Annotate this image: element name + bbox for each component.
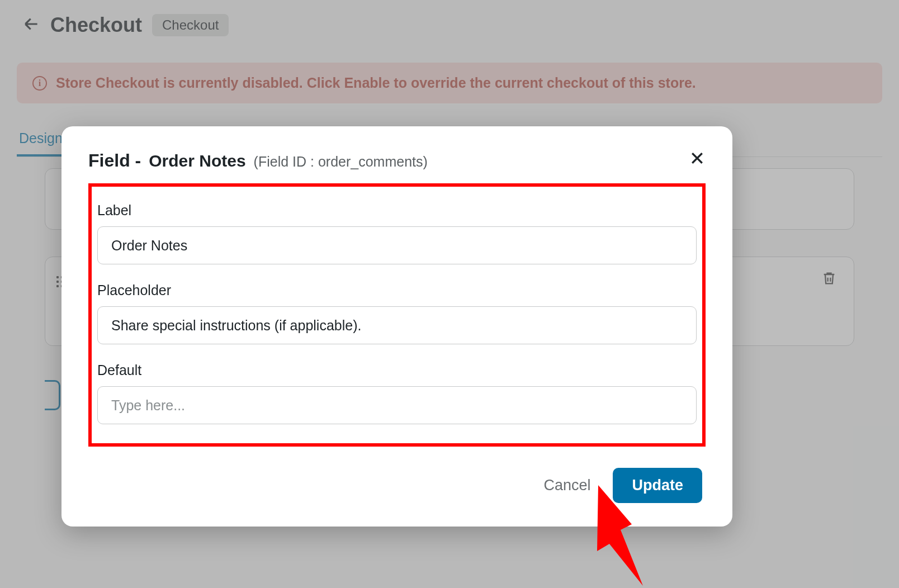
form-group-default: Default [97, 362, 697, 424]
modal-title-id: (Field ID : order_comments) [254, 154, 428, 170]
modal-title: Field - Order Notes (Field ID : order_co… [88, 150, 428, 171]
annotation-highlight-box: Label Placeholder Default [88, 183, 706, 447]
field-placeholder-label: Placeholder [97, 282, 697, 298]
form-group-placeholder: Placeholder [97, 282, 697, 344]
default-input[interactable] [97, 386, 697, 424]
placeholder-input[interactable] [97, 306, 697, 344]
cancel-button[interactable]: Cancel [543, 477, 590, 494]
modal-header: Field - Order Notes (Field ID : order_co… [88, 150, 706, 171]
modal-footer: Cancel Update [88, 468, 706, 503]
field-edit-modal: Field - Order Notes (Field ID : order_co… [61, 126, 732, 527]
field-label-label: Label [97, 202, 697, 219]
label-input[interactable] [97, 226, 697, 264]
field-default-label: Default [97, 362, 697, 378]
update-button[interactable]: Update [613, 468, 702, 503]
modal-title-name: Order Notes [149, 151, 245, 170]
modal-title-prefix: Field - [88, 150, 141, 171]
close-icon[interactable] [689, 150, 706, 169]
form-group-label: Label [97, 202, 697, 264]
